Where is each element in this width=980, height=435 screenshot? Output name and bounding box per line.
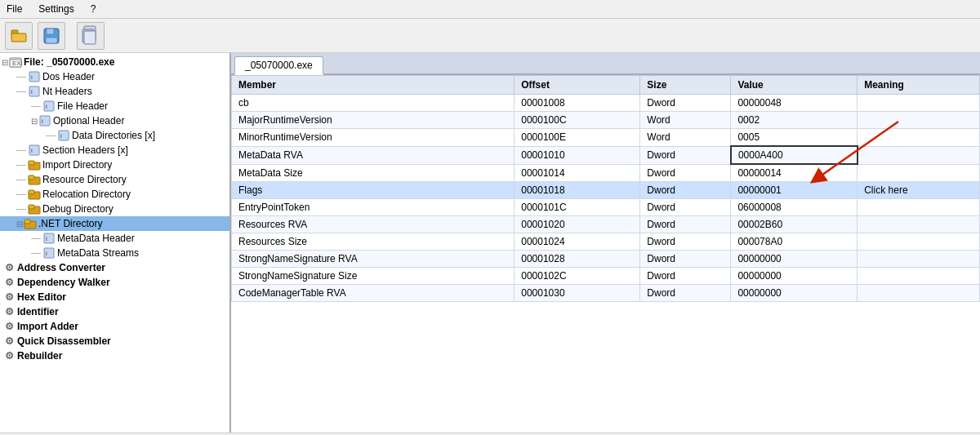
tree-label-resource-directory: Resource Directory	[42, 174, 127, 185]
table-row[interactable]: Flags 00001018 Dword 00000001 Click here	[232, 182, 980, 199]
table-row[interactable]: StrongNameSignature RVA 00001028 Dword 0…	[232, 251, 980, 268]
tree-label-dependency-walker: Dependency Walker	[17, 277, 110, 288]
open-button[interactable]	[5, 22, 33, 50]
menu-settings[interactable]: Settings	[35, 2, 77, 16]
cell-member: CodeManagerTable RVA	[232, 285, 514, 302]
tree-label-identifier: Identifier	[17, 306, 59, 317]
table-container[interactable]: Member Offset Size Value Meaning cb 0000…	[231, 75, 980, 433]
cell-member: EntryPointToken	[232, 199, 514, 216]
cell-value: 000078A0	[731, 233, 858, 251]
cell-size: Dword	[640, 182, 731, 199]
cell-offset: 00001020	[514, 216, 640, 233]
tree-item-section-headers[interactable]: — i Section Headers [x]	[0, 143, 229, 158]
cell-offset: 00001010	[514, 146, 640, 164]
tree-label-debug-directory: Debug Directory	[42, 203, 114, 215]
cell-offset: 0000101C	[514, 199, 640, 216]
cell-member: StrongNameSignature Size	[232, 268, 514, 285]
svg-text:i: i	[31, 88, 33, 95]
svg-text:i: i	[46, 250, 47, 257]
tree-item-nt-headers[interactable]: — i Nt Headers	[0, 84, 229, 99]
tab-exe[interactable]: _05070000.exe	[234, 56, 323, 75]
cell-offset: 0000100E	[514, 129, 640, 147]
tree-item-file-header[interactable]: — i File Header	[0, 99, 229, 113]
cell-size: Word	[640, 129, 731, 147]
tree-item-file-root[interactable]: ⊟ EXE File: _05070000.exe	[0, 55, 229, 69]
cell-offset: 00001018	[514, 182, 640, 199]
tree-item-debug-directory[interactable]: — Debug Directory	[0, 202, 229, 216]
cell-offset: 00001008	[514, 95, 640, 112]
cell-meaning	[858, 268, 980, 285]
svg-text:i: i	[46, 103, 47, 110]
svg-rect-1	[11, 33, 26, 42]
tree-item-import-adder[interactable]: ⚙ Import Adder	[0, 319, 229, 334]
cell-offset: 00001028	[514, 251, 640, 268]
cell-meaning	[858, 129, 980, 147]
cell-size: Dword	[640, 285, 731, 302]
menu-help[interactable]: ?	[87, 2, 100, 16]
svg-text:i: i	[42, 118, 43, 125]
table-row[interactable]: StrongNameSignature Size 0000102C Dword …	[232, 268, 980, 285]
cell-offset: 0000100C	[514, 112, 640, 129]
tree-item-hex-editor[interactable]: ⚙ Hex Editor	[0, 290, 229, 304]
table-row[interactable]: CodeManagerTable RVA 00001030 Dword 0000…	[232, 285, 980, 302]
table-row[interactable]: MinorRuntimeVersion 0000100E Word 0005	[232, 129, 980, 147]
svg-text:i: i	[31, 73, 33, 81]
menu-file[interactable]: File	[3, 2, 25, 16]
tree-item-data-directories[interactable]: — i Data Directories [x]	[0, 128, 229, 143]
tree-label-dos-header: Dos Header	[42, 71, 95, 82]
cell-member: MajorRuntimeVersion	[232, 112, 514, 129]
tree-item-dos-header[interactable]: — i Dos Header	[0, 69, 229, 84]
svg-text:i: i	[31, 147, 33, 154]
tree-item-dependency-walker[interactable]: ⚙ Dependency Walker	[0, 275, 229, 290]
copy-button[interactable]	[77, 22, 105, 50]
table-row[interactable]: Resources RVA 00001020 Dword 00002B60	[232, 216, 980, 233]
tree-label-optional-header: Optional Header	[53, 115, 124, 127]
cell-meaning: Click here	[858, 182, 980, 199]
tree-item-optional-header[interactable]: ⊟ i Optional Header	[0, 113, 229, 128]
table-row[interactable]: cb 00001008 Dword 00000048	[232, 95, 980, 112]
cell-member: MinorRuntimeVersion	[232, 129, 514, 147]
tree-item-identifier[interactable]: ⚙ Identifier	[0, 304, 229, 319]
svg-rect-26	[29, 175, 34, 180]
table-row[interactable]: Resources Size 00001024 Dword 000078A0	[232, 233, 980, 251]
cell-value: 0005	[731, 129, 858, 147]
tree-item-import-directory[interactable]: — Import Directory	[0, 158, 229, 172]
cell-size: Dword	[640, 95, 731, 112]
table-row[interactable]: MetaData RVA 00001010 Dword 0000A400	[232, 146, 980, 164]
tree-item-relocation-directory[interactable]: — Relocation Directory	[0, 187, 229, 202]
cell-size: Dword	[640, 164, 731, 182]
tree-label-address-converter: Address Converter	[17, 262, 105, 273]
cell-meaning	[858, 95, 980, 112]
cell-member: MetaData Size	[232, 164, 514, 182]
svg-rect-4	[46, 38, 57, 43]
cell-size: Dword	[640, 233, 731, 251]
tree-label-hex-editor: Hex Editor	[17, 291, 66, 303]
cell-size: Dword	[640, 199, 731, 216]
cell-size: Dword	[640, 216, 731, 233]
tree-item-quick-disassembler[interactable]: ⚙ Quick Disassembler	[0, 334, 229, 348]
cell-offset: 00001024	[514, 233, 640, 251]
tree-item-metadata-header[interactable]: — i MetaData Header	[0, 231, 229, 246]
col-value: Value	[731, 76, 858, 95]
tree-item-resource-directory[interactable]: — Resource Directory	[0, 172, 229, 187]
tree-label-nt-headers: Nt Headers	[42, 86, 92, 97]
tree-item-net-directory[interactable]: ⊟ .NET Directory	[0, 216, 229, 231]
cell-size: Word	[640, 112, 731, 129]
tree-label-metadata-streams: MetaData Streams	[57, 247, 139, 259]
save-button[interactable]	[38, 22, 65, 50]
cell-offset: 0000102C	[514, 268, 640, 285]
tree-item-rebuilder[interactable]: ⚙ Rebuilder	[0, 348, 229, 363]
cell-value[interactable]: 0000A400	[731, 146, 858, 164]
svg-rect-32	[24, 220, 30, 224]
cell-meaning	[858, 199, 980, 216]
svg-rect-30	[29, 205, 34, 209]
tree-label-file-root: File: _05070000.exe	[24, 56, 114, 68]
tree-item-metadata-streams[interactable]: — i MetaData Streams	[0, 246, 229, 260]
cell-value: 00000001	[731, 182, 858, 199]
table-row[interactable]: MetaData Size 00001014 Dword 00000014	[232, 164, 980, 182]
table-row[interactable]: MajorRuntimeVersion 0000100C Word 0002	[232, 112, 980, 129]
tree-item-address-converter[interactable]: ⚙ Address Converter	[0, 260, 229, 275]
cell-value: 00002B60	[731, 216, 858, 233]
table-row[interactable]: EntryPointToken 0000101C Dword 06000008	[232, 199, 980, 216]
svg-text:i: i	[60, 132, 62, 140]
